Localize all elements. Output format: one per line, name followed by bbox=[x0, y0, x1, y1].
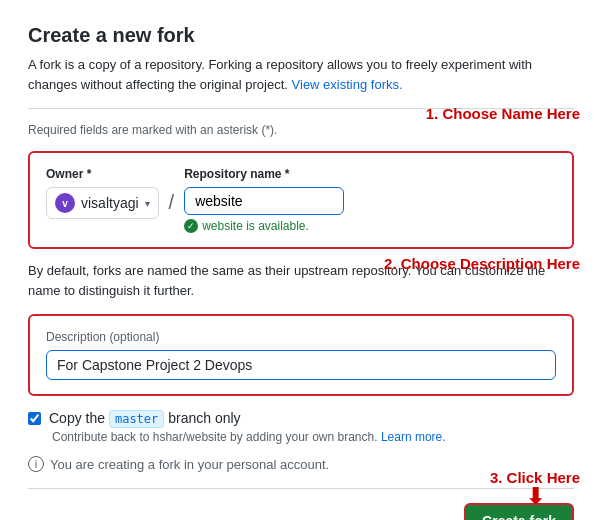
annotation-2: 2. Choose Description Here bbox=[384, 255, 580, 272]
copy-branch-row: Copy the master branch only bbox=[28, 410, 574, 426]
description-input[interactable] bbox=[46, 350, 556, 380]
separator: / bbox=[169, 191, 175, 214]
owner-name: visaltyagi bbox=[81, 195, 139, 211]
annotation-1: 1. Choose Name Here bbox=[426, 105, 580, 122]
view-forks-link[interactable]: View existing forks. bbox=[292, 77, 403, 92]
owner-select[interactable]: v visaltyagi ▾ bbox=[46, 187, 159, 219]
chevron-down-icon: ▾ bbox=[145, 198, 150, 209]
availability-status: ✓ website is available. bbox=[184, 219, 344, 233]
owner-label: Owner * bbox=[46, 167, 159, 181]
annotation-3: 3. Click Here ⬇ bbox=[490, 469, 580, 508]
learn-more-link[interactable]: Learn more. bbox=[381, 430, 446, 444]
description-optional: (optional) bbox=[109, 330, 159, 344]
required-note: Required fields are marked with an aster… bbox=[28, 123, 574, 137]
branch-badge: master bbox=[109, 410, 164, 428]
description-label: Description (optional) bbox=[46, 330, 556, 344]
description-box: Description (optional) bbox=[28, 314, 574, 396]
page-description: A fork is a copy of a repository. Forkin… bbox=[28, 55, 574, 94]
owner-group: Owner * v visaltyagi ▾ bbox=[46, 167, 159, 219]
repo-group: Repository name * ✓ website is available… bbox=[184, 167, 344, 233]
repo-name-input[interactable] bbox=[184, 187, 344, 215]
check-icon: ✓ bbox=[184, 219, 198, 233]
repo-label: Repository name * bbox=[184, 167, 344, 181]
copy-branch-label: Copy the master branch only bbox=[49, 410, 241, 426]
page-title: Create a new fork bbox=[28, 24, 574, 47]
avatar: v bbox=[55, 193, 75, 213]
arrow-down-icon: ⬇ bbox=[490, 486, 580, 508]
info-icon: i bbox=[28, 456, 44, 472]
copy-branch-checkbox[interactable] bbox=[28, 412, 41, 425]
repo-input-wrapper: ✓ website is available. bbox=[184, 187, 344, 233]
personal-account-note: You are creating a fork in your personal… bbox=[50, 457, 329, 472]
form-row: Owner * v visaltyagi ▾ / Repository name… bbox=[46, 167, 556, 233]
contribute-text: Contribute back to hshar/website by addi… bbox=[52, 430, 574, 444]
owner-repo-box: Owner * v visaltyagi ▾ / Repository name… bbox=[28, 151, 574, 249]
